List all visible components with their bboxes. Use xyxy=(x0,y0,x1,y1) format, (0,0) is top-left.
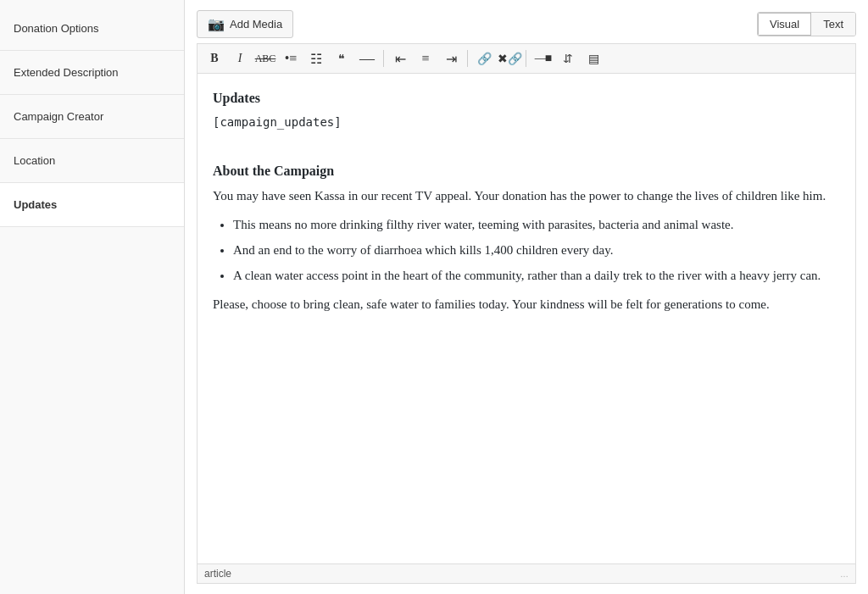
sidebar-item-updates[interactable]: Updates xyxy=(0,183,184,227)
editor-statusbar: article … xyxy=(198,563,855,583)
fullscreen-button[interactable]: ⇵ xyxy=(556,47,580,69)
text-button[interactable]: Text xyxy=(811,13,855,36)
horizontal-rule-button[interactable]: — xyxy=(355,47,379,69)
insert-link-button[interactable]: 🔗 xyxy=(472,47,496,69)
bullet-item-2: And an end to the worry of diarrhoea whi… xyxy=(233,240,840,260)
format-toolbar: B I ABC •≡ ☷ ❝ — ⇤ ≡ ⇥ 🔗 ✖🔗 —■ ⇵ ▤ xyxy=(197,43,856,73)
editor-toolbar-row: 📷 Add Media Visual Text xyxy=(197,10,856,38)
italic-button[interactable]: I xyxy=(228,47,252,69)
shortcode-text: [campaign_updates] xyxy=(213,113,840,131)
visual-button[interactable]: Visual xyxy=(758,13,811,36)
editor-content[interactable]: Updates [campaign_updates] About the Cam… xyxy=(198,74,855,563)
strikethrough-button[interactable]: ABC xyxy=(253,47,277,69)
toolbar-separator-3 xyxy=(526,50,526,67)
unordered-list-button[interactable]: •≡ xyxy=(279,47,303,69)
align-right-button[interactable]: ⇥ xyxy=(439,47,463,69)
toolbar-separator-1 xyxy=(383,50,384,67)
add-media-button[interactable]: 📷 Add Media xyxy=(197,10,293,38)
toolbar-separator-2 xyxy=(467,50,468,67)
view-toggle: Visual Text xyxy=(757,12,856,36)
sidebar-item-campaign-creator[interactable]: Campaign Creator xyxy=(0,95,184,139)
bullet-item-1: This means no more drinking filthy river… xyxy=(233,214,840,235)
remove-link-button[interactable]: ✖🔗 xyxy=(498,47,521,69)
align-center-button[interactable]: ≡ xyxy=(414,47,437,69)
kitchen-sink-button[interactable]: ▤ xyxy=(581,47,605,69)
editor-tag-label: article xyxy=(204,568,231,580)
editor-heading: Updates xyxy=(213,87,840,109)
blockquote-button[interactable]: ❝ xyxy=(330,47,353,69)
sidebar: Donation Options Extended Description Ca… xyxy=(0,0,185,594)
editor-paragraph-2: Please, choose to bring clean, safe wate… xyxy=(213,294,840,314)
ordered-list-button[interactable]: ☷ xyxy=(304,47,328,69)
editor-bullet-list: This means no more drinking filthy river… xyxy=(233,214,840,286)
editor-subheading: About the Campaign xyxy=(213,160,840,182)
bold-button[interactable]: B xyxy=(203,47,226,69)
insert-more-button[interactable]: —■ xyxy=(531,47,554,69)
align-left-button[interactable]: ⇤ xyxy=(388,47,412,69)
sidebar-item-extended-description[interactable]: Extended Description xyxy=(0,51,184,95)
add-media-icon: 📷 xyxy=(208,16,225,32)
resize-handle[interactable]: … xyxy=(840,569,849,579)
editor-wrapper: Updates [campaign_updates] About the Cam… xyxy=(197,73,856,584)
sidebar-item-location[interactable]: Location xyxy=(0,139,184,183)
editor-paragraph-1: You may have seen Kassa in our recent TV… xyxy=(213,186,840,206)
bullet-item-3: A clean water access point in the heart … xyxy=(233,265,840,286)
editor-main: 📷 Add Media Visual Text B I ABC •≡ ☷ ❝ —… xyxy=(185,0,868,594)
sidebar-item-donation-options[interactable]: Donation Options xyxy=(0,7,184,51)
